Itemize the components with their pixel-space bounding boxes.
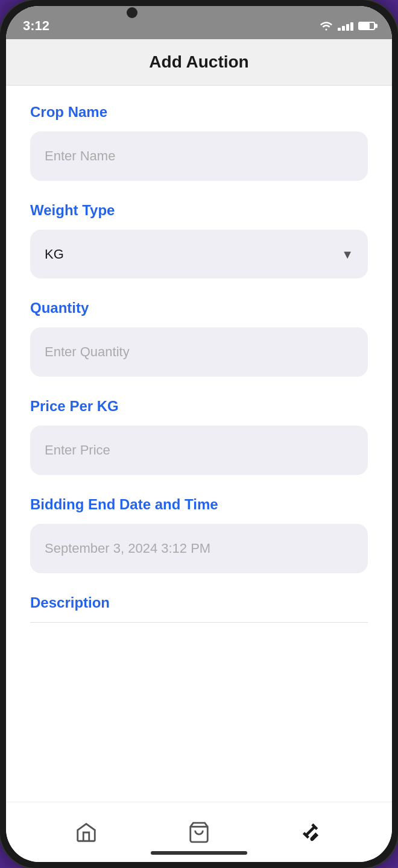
app-header: Add Auction [6, 39, 392, 86]
weight-type-select-wrapper: KG Tons Pounds ▼ [30, 230, 368, 278]
crop-name-input[interactable] [30, 131, 368, 181]
wifi-icon [320, 21, 333, 31]
description-divider [30, 622, 368, 623]
weight-type-group: Weight Type KG Tons Pounds ▼ [30, 202, 368, 278]
nav-auction[interactable] [300, 821, 323, 844]
description-label: Description [30, 594, 368, 611]
price-per-kg-input[interactable] [30, 426, 368, 475]
weight-type-select[interactable]: KG Tons Pounds [30, 230, 368, 278]
status-icons [320, 21, 375, 31]
price-per-kg-label: Price Per KG [30, 398, 368, 415]
battery-icon [358, 22, 375, 30]
home-icon [75, 821, 98, 844]
hammer-icon [300, 821, 323, 844]
nav-cart[interactable] [188, 821, 210, 844]
bidding-end-date-value[interactable]: September 3, 2024 3:12 PM [30, 524, 368, 573]
quantity-input[interactable] [30, 327, 368, 377]
crop-name-label: Crop Name [30, 104, 368, 121]
status-time: 3:12 [23, 18, 49, 34]
bidding-end-date-group: Bidding End Date and Time September 3, 2… [30, 496, 368, 573]
crop-name-group: Crop Name [30, 104, 368, 181]
weight-type-label: Weight Type [30, 202, 368, 219]
phone-frame: 3:12 [0, 0, 398, 868]
cart-icon [188, 821, 210, 844]
status-bar: 3:12 [6, 6, 392, 39]
phone-camera [127, 7, 137, 18]
signal-icon [338, 21, 353, 31]
bidding-end-date-label: Bidding End Date and Time [30, 496, 368, 513]
phone-screen: 3:12 [6, 6, 392, 862]
form-content: Crop Name Weight Type KG Tons Pounds ▼ Q… [6, 86, 392, 801]
quantity-label: Quantity [30, 300, 368, 316]
nav-home[interactable] [75, 821, 98, 844]
description-group: Description [30, 594, 368, 623]
price-per-kg-group: Price Per KG [30, 398, 368, 475]
home-indicator [151, 851, 247, 855]
page-title: Add Auction [149, 52, 248, 71]
quantity-group: Quantity [30, 300, 368, 377]
